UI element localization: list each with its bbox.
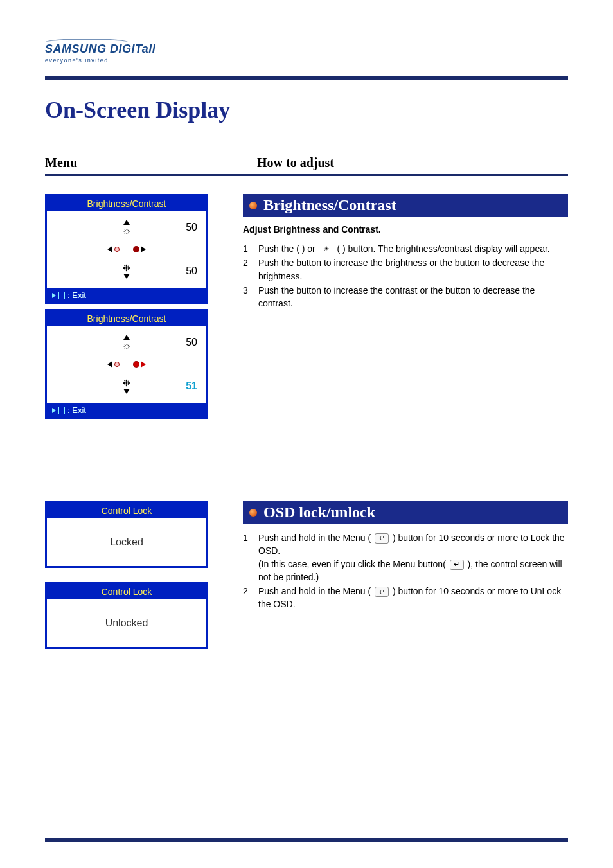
- osd-brightness-value: 50: [186, 222, 197, 233]
- bullet-icon: [249, 509, 257, 517]
- osd-footer: : Exit: [47, 403, 206, 417]
- step-item: 2 Push and hold in the Menu ( ↵ ) button…: [243, 585, 568, 611]
- step-number: 1: [243, 531, 258, 583]
- step-text: Push and hold in the Menu ( ↵ ) button f…: [258, 531, 568, 583]
- osd-exit-label: : Exit: [67, 405, 86, 415]
- arrow-up-icon: [123, 335, 130, 340]
- text-fragment: (In this case, even if you click the Men…: [258, 559, 449, 569]
- header-divider: [45, 76, 568, 80]
- osd-panel-brightness-1: Brightness/Contrast ☼ 50: [45, 194, 208, 304]
- step-number: 1: [243, 242, 258, 255]
- section-header-brightness: Brightness/Contrast: [243, 194, 568, 217]
- osd-footer: : Exit: [47, 288, 206, 302]
- exit-door-icon: [58, 407, 65, 414]
- step-number: 3: [243, 284, 258, 310]
- column-header-howto: How to adjust: [257, 155, 334, 170]
- sun-button-icon: ☀: [319, 244, 333, 254]
- arrow-down-icon: [123, 274, 130, 279]
- text-fragment: Push the: [258, 244, 296, 254]
- section-subhead: Adjust Brightness and Contrast.: [243, 224, 568, 235]
- page-title: On-Screen Display: [45, 96, 568, 123]
- osd-contrast-value: 51: [186, 380, 197, 392]
- step-text: Push the button to increase the brightne…: [258, 256, 568, 283]
- contrast-icon: ❉: [123, 263, 130, 272]
- menu-column: Brightness/Contrast ☼ 50: [45, 194, 238, 424]
- step-item: 1 Push and hold in the Menu ( ↵ ) button…: [243, 531, 568, 583]
- step-number: 2: [243, 256, 258, 283]
- text-fragment: Push and hold in the Menu (: [258, 586, 373, 596]
- step-text: Push the button to increase the contrast…: [258, 284, 568, 310]
- menu-button-icon: ↵: [450, 560, 464, 570]
- osd-panel-lock-locked: Control Lock Locked: [45, 501, 208, 568]
- arrow-right-icon: [141, 361, 146, 368]
- osd-panel-lock-unlocked: Control Lock Unlocked: [45, 582, 208, 649]
- osd-contrast-value: 50: [186, 265, 197, 277]
- menu-button-icon: ↵: [375, 533, 389, 544]
- arrow-down-icon: [123, 389, 130, 394]
- step-list: 1 Push the ( ) or ☀ ( ) button. The brig…: [243, 242, 568, 310]
- sun-icon: [134, 362, 139, 367]
- arrow-right-icon: [141, 246, 146, 252]
- osd-brightness-value: 50: [186, 337, 197, 348]
- osd-title: Brightness/Contrast: [47, 196, 206, 211]
- text-fragment: ( ) or: [296, 244, 317, 254]
- columns-header: Menu How to adjust: [45, 155, 568, 176]
- osd-title: Control Lock: [47, 584, 206, 599]
- section-header-osd-lock: OSD lock/unlock: [243, 501, 568, 524]
- section-title: OSD lock/unlock: [263, 504, 375, 521]
- exit-arrow-icon: [52, 293, 56, 298]
- step-item: 2 Push the button to increase the bright…: [243, 256, 568, 283]
- exit-arrow-icon: [52, 408, 56, 413]
- step-item: 1 Push the ( ) or ☀ ( ) button. The brig…: [243, 242, 568, 255]
- osd-title: Brightness/Contrast: [47, 311, 206, 326]
- osd-lock-status: Unlocked: [47, 599, 206, 647]
- brightness-icon: ☼: [122, 226, 132, 235]
- moon-icon: [114, 247, 120, 252]
- contrast-icon: ❉: [123, 378, 130, 387]
- menu-column: Control Lock Locked Control Lock Unlocke…: [45, 501, 238, 654]
- row-brightness-contrast: Brightness/Contrast ☼ 50: [45, 194, 568, 424]
- text-fragment: ( ) button. The brightness/contrast disp…: [337, 244, 550, 254]
- text-fragment: Push and hold in the Menu (: [258, 533, 373, 543]
- logo-brand-suffix: all: [142, 42, 156, 55]
- step-list: 1 Push and hold in the Menu ( ↵ ) button…: [243, 531, 568, 611]
- step-text: Push the ( ) or ☀ ( ) button. The bright…: [258, 242, 568, 255]
- brightness-icon: ☼: [122, 341, 132, 350]
- brand-logo: SAMSUNG DIGITall everyone's invited: [45, 39, 568, 64]
- step-text: Push and hold in the Menu ( ↵ ) button f…: [258, 585, 568, 611]
- howto-column: Brightness/Contrast Adjust Brightness an…: [243, 194, 568, 311]
- step-item: 3 Push the button to increase the contra…: [243, 284, 568, 310]
- osd-panel-brightness-2: Brightness/Contrast ☼ 50: [45, 309, 208, 419]
- row-osd-lock: Control Lock Locked Control Lock Unlocke…: [45, 501, 568, 654]
- logo-swoosh: [45, 39, 129, 46]
- sun-icon: [134, 247, 139, 252]
- osd-lock-status: Locked: [47, 518, 206, 566]
- arrow-left-icon: [107, 361, 112, 368]
- bullet-icon: [249, 202, 257, 209]
- howto-column: OSD lock/unlock 1 Push and hold in the M…: [243, 501, 568, 612]
- step-number: 2: [243, 585, 258, 611]
- osd-title: Control Lock: [47, 503, 206, 518]
- logo-tagline: everyone's invited: [45, 57, 568, 64]
- arrow-up-icon: [123, 220, 130, 225]
- exit-door-icon: [58, 292, 65, 299]
- osd-exit-label: : Exit: [67, 290, 86, 300]
- footer-divider: [45, 838, 568, 842]
- moon-icon: [114, 362, 120, 367]
- menu-button-icon: ↵: [375, 587, 389, 597]
- column-header-menu: Menu: [45, 155, 257, 170]
- section-title: Brightness/Contrast: [263, 197, 396, 214]
- arrow-left-icon: [107, 246, 112, 252]
